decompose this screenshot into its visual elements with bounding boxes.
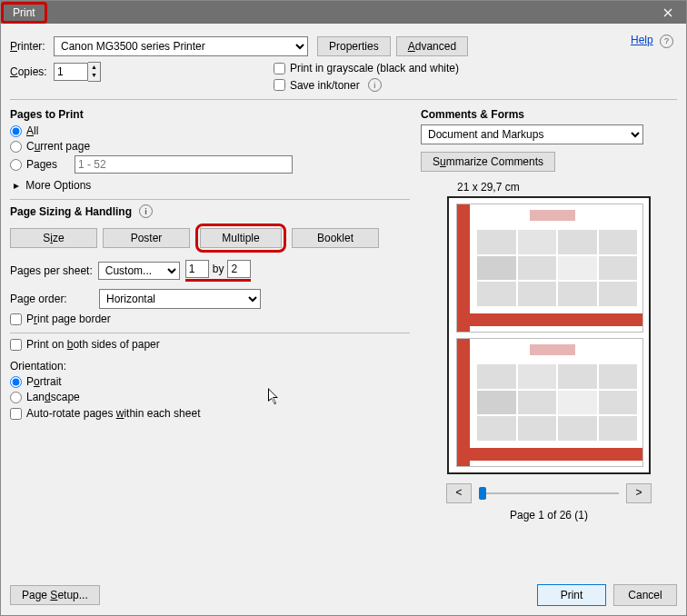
titlebar: Print: [1, 1, 686, 24]
summarize-comments-button[interactable]: Summarize Comments: [421, 152, 555, 172]
pps-cols-input[interactable]: [185, 260, 209, 278]
multiple-button[interactable]: Multiple: [200, 228, 282, 248]
page-order-label: Page order:: [10, 293, 94, 305]
print-dialog: Print Help ? Printer: Canon MG3500 serie…: [0, 0, 687, 616]
preview-page-2: [456, 338, 643, 467]
radio-portrait[interactable]: Portrait: [10, 375, 410, 388]
poster-button[interactable]: Poster: [103, 228, 190, 248]
advanced-button[interactable]: Advanced: [396, 36, 468, 56]
pages-to-print-title: Pages to Print: [10, 108, 410, 121]
preview-slider[interactable]: [479, 492, 619, 494]
radio-current[interactable]: Current page: [10, 140, 410, 153]
page-setup-button[interactable]: Page Setup...: [10, 585, 100, 605]
pages-per-sheet-label: Pages per sheet:: [10, 264, 93, 277]
comments-select[interactable]: Document and Markups: [421, 124, 643, 144]
save-ink-checkbox[interactable]: Save ink/toner i: [274, 78, 459, 92]
grayscale-checkbox[interactable]: Print in grayscale (black and white): [274, 62, 459, 75]
info-icon[interactable]: i: [368, 78, 382, 92]
pages-range-input[interactable]: [75, 155, 293, 174]
preview-prev-button[interactable]: <: [446, 483, 472, 503]
orientation-label: Orientation:: [10, 360, 410, 373]
pps-rows-input[interactable]: [227, 260, 251, 278]
pages-per-sheet-select[interactable]: Custom...: [98, 262, 180, 280]
triangle-right-icon: ▸: [14, 179, 19, 192]
print-border-checkbox[interactable]: Print page border: [10, 313, 410, 325]
radio-pages[interactable]: Pages: [10, 155, 410, 174]
more-options-toggle[interactable]: ▸ More Options: [14, 179, 410, 192]
size-button[interactable]: Size: [10, 228, 97, 248]
radio-landscape[interactable]: Landscape: [10, 391, 410, 403]
info-icon[interactable]: i: [139, 204, 153, 218]
sizing-title: Page Sizing & Handling: [10, 205, 132, 218]
copies-spinner[interactable]: ▲▼: [88, 62, 101, 82]
preview-next-button[interactable]: >: [626, 483, 652, 503]
printer-select[interactable]: Canon MG3500 series Printer: [54, 36, 308, 56]
print-button[interactable]: Print: [537, 584, 606, 606]
copies-input[interactable]: [54, 63, 88, 81]
help-icon[interactable]: ?: [660, 35, 673, 48]
auto-rotate-checkbox[interactable]: Auto-rotate pages within each sheet: [10, 407, 410, 420]
print-preview: [447, 196, 651, 474]
help-link[interactable]: Help: [631, 34, 653, 46]
copies-label: Copies:: [10, 65, 54, 78]
properties-button[interactable]: Properties: [317, 36, 391, 56]
close-button[interactable]: [650, 1, 686, 24]
cancel-button[interactable]: Cancel: [613, 584, 677, 606]
page-order-select[interactable]: Horizontal: [99, 289, 261, 309]
both-sides-checkbox[interactable]: Print on both sides of paper: [10, 338, 410, 351]
preview-page-indicator: Page 1 of 26 (1): [421, 509, 677, 522]
booklet-button[interactable]: Booklet: [292, 228, 379, 248]
cursor-icon: [268, 388, 281, 406]
radio-all[interactable]: All: [10, 124, 410, 137]
window-title: Print: [4, 5, 45, 21]
printer-label: Printer:: [10, 40, 54, 53]
comments-forms-title: Comments & Forms: [421, 108, 677, 121]
preview-page-1: [456, 204, 643, 333]
preview-dimensions: 21 x 29,7 cm: [457, 181, 677, 194]
close-icon: [663, 8, 672, 17]
